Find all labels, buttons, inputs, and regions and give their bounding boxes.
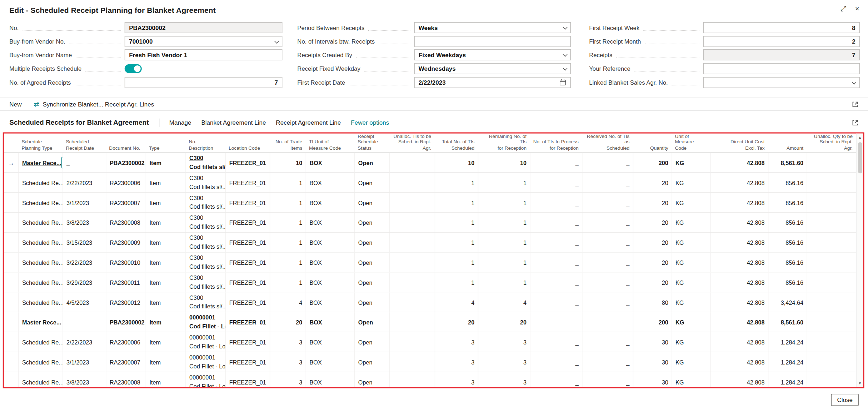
table-row[interactable]: Scheduled Re...2/22/2023RA2300006ItemC30… xyxy=(4,173,856,193)
cell-received_no_of_tis[interactable]: _ xyxy=(582,352,633,372)
cell-unalloc_qty_to_be_sched[interactable] xyxy=(807,253,856,272)
cell-scheduled_receipt_date[interactable]: 2/22/2023 xyxy=(63,332,106,352)
input-receipt-fixed-weekday[interactable]: Wednesdays xyxy=(414,63,571,74)
column-header-document_no[interactable]: Document No. xyxy=(106,145,146,151)
cell-direct_unit_cost[interactable]: 42.808 xyxy=(710,173,768,192)
cell-unit_of_measure_code[interactable]: KG xyxy=(672,253,710,272)
column-header-ti_unit_of_measure_code[interactable]: TI Unit ofMeasure Code xyxy=(306,139,354,151)
column-header-receipt_schedule_status[interactable]: ReceiptScheduleStatus xyxy=(354,134,389,151)
cell-scheduled_receipt_date[interactable]: 3/15/2023 xyxy=(63,233,106,252)
cell-receipt_schedule_status[interactable]: Open xyxy=(354,153,389,172)
cell-quantity[interactable]: 30 xyxy=(633,352,672,372)
cell-unit_of_measure_code[interactable]: KG xyxy=(672,332,710,352)
cell-unit_of_measure_code[interactable]: KG xyxy=(672,352,710,372)
cell-amount[interactable]: 8,561.60 xyxy=(768,312,807,332)
cell-unalloc_tis_to_be_sched[interactable] xyxy=(389,372,435,387)
cell-unalloc_qty_to_be_sched[interactable] xyxy=(807,312,856,332)
column-header-amount[interactable]: Amount xyxy=(768,145,807,151)
cell-type[interactable]: Item xyxy=(146,253,186,272)
input-receipts[interactable]: 7 xyxy=(703,50,860,61)
cell-unit_of_measure_code[interactable]: KG xyxy=(672,273,710,292)
cell-no_description[interactable]: 00000001Cod Fillet - Loin xyxy=(185,332,225,352)
cell-location_code[interactable]: FREEZER_01 xyxy=(225,213,270,232)
column-header-received_no_of_tis[interactable]: Received No. of TIs asScheduled xyxy=(582,134,633,151)
cell-received_no_of_tis[interactable]: _ xyxy=(582,372,633,387)
cell-no_of_trade_items[interactable]: 3 xyxy=(270,372,306,387)
menu-manage[interactable]: Manage xyxy=(169,119,191,126)
cell-document_no[interactable]: RA2300006 xyxy=(106,173,146,192)
cell-received_no_of_tis[interactable]: _ xyxy=(582,332,633,352)
column-header-direct_unit_cost[interactable]: Direct Unit CostExcl. Tax xyxy=(710,139,768,151)
table-row[interactable]: Scheduled Re...2/22/2023RA2300006Item000… xyxy=(4,332,856,352)
synchronize-button[interactable]: ⇄ Synchronize Blanket... Receipt Agr. Li… xyxy=(34,101,154,108)
input-no-of-intervals-btw-receipts[interactable] xyxy=(414,36,571,47)
cell-ti_unit_of_measure_code[interactable]: BOX xyxy=(306,372,354,387)
cell-unalloc_qty_to_be_sched[interactable] xyxy=(807,352,856,372)
input-no-of-agreed-receipts[interactable]: 7 xyxy=(125,77,283,88)
cell-unalloc_tis_to_be_sched[interactable] xyxy=(389,173,435,192)
cell-location_code[interactable]: FREEZER_01 xyxy=(225,332,270,352)
cell-ti_unit_of_measure_code[interactable]: BOX xyxy=(306,213,354,232)
chevron-down-icon[interactable] xyxy=(274,39,279,43)
cell-unalloc_qty_to_be_sched[interactable] xyxy=(807,332,856,352)
cell-location_code[interactable]: FREEZER_01 xyxy=(225,273,270,292)
input-your-reference[interactable] xyxy=(703,63,860,74)
cell-quantity[interactable]: 30 xyxy=(633,332,672,352)
cell-received_no_of_tis[interactable]: _ xyxy=(582,233,633,252)
cell-document_no[interactable]: PBA2300002 xyxy=(106,153,146,172)
cell-scheduled_receipt_date[interactable]: 3/29/2023 xyxy=(63,273,106,292)
cell-unalloc_tis_to_be_sched[interactable] xyxy=(389,332,435,352)
table-row[interactable]: Scheduled Re...3/15/2023RA2300009ItemC30… xyxy=(4,233,856,253)
cell-no_of_trade_items[interactable]: 3 xyxy=(270,352,306,372)
cell-remaining_no_of_tis[interactable]: 3 xyxy=(478,332,530,352)
resize-icon[interactable]: ⤢ xyxy=(840,5,846,12)
cell-amount[interactable]: 856.16 xyxy=(768,173,807,192)
cell-remaining_no_of_tis[interactable]: 1 xyxy=(478,213,530,232)
cell-no_description[interactable]: C300Cod fillets sl/... xyxy=(185,253,225,272)
cell-receipt_schedule_status[interactable]: Open xyxy=(354,193,389,212)
input-no[interactable]: PBA2300002 xyxy=(125,22,283,33)
cell-direct_unit_cost[interactable]: 42.808 xyxy=(710,253,768,272)
cell-no_description[interactable]: C300Cod fillets sl/... xyxy=(185,173,225,192)
cell-unalloc_tis_to_be_sched[interactable] xyxy=(389,312,435,332)
cell-amount[interactable]: 3,424.64 xyxy=(768,292,807,312)
cell-unalloc_tis_to_be_sched[interactable] xyxy=(389,233,435,252)
cell-ti_unit_of_measure_code[interactable]: BOX xyxy=(306,292,354,312)
cell-ti_unit_of_measure_code[interactable]: BOX xyxy=(306,193,354,212)
cell-remaining_no_of_tis[interactable]: 1 xyxy=(478,273,530,292)
scroll-up-button[interactable]: ▲ xyxy=(858,134,862,142)
toolbar-share-icon[interactable] xyxy=(852,100,859,108)
cell-receipt_schedule_status[interactable]: Open xyxy=(354,312,389,332)
cell-no_of_tis_in_process[interactable]: _ xyxy=(530,173,582,192)
cell-type[interactable]: Item xyxy=(146,273,186,292)
chevron-down-icon[interactable] xyxy=(563,66,568,71)
cell-no_of_trade_items[interactable]: 1 xyxy=(270,193,306,212)
table-row[interactable]: →Master Rece...⋮_PBA2300002ItemC300Cod f… xyxy=(4,153,856,173)
input-buy-from-vendor-no[interactable]: 7001000 xyxy=(125,36,283,47)
cell-remaining_no_of_tis[interactable]: 1 xyxy=(478,233,530,252)
column-header-type[interactable]: Type xyxy=(146,145,186,151)
cell-receipt_schedule_status[interactable]: Open xyxy=(354,292,389,312)
cell-receipt_schedule_status[interactable]: Open xyxy=(354,372,389,387)
cell-location_code[interactable]: FREEZER_01 xyxy=(225,292,270,312)
cell-no_of_tis_in_process[interactable]: _ xyxy=(530,253,582,272)
cell-received_no_of_tis[interactable]: _ xyxy=(582,173,633,192)
cell-document_no[interactable]: RA2300007 xyxy=(106,193,146,212)
cell-direct_unit_cost[interactable]: 42.808 xyxy=(710,273,768,292)
cell-no_description[interactable]: C300Cod fillets sl/... xyxy=(185,213,225,232)
cell-amount[interactable]: 856.16 xyxy=(768,213,807,232)
cell-remaining_no_of_tis[interactable]: 1 xyxy=(478,253,530,272)
cell-quantity[interactable]: 20 xyxy=(633,193,672,212)
cell-no_description[interactable]: C300Cod fillets sl/... xyxy=(185,292,225,312)
cell-quantity[interactable]: 20 xyxy=(633,233,672,252)
chevron-down-icon[interactable] xyxy=(563,25,568,30)
cell-no_description[interactable]: C300Cod fillets sl/... xyxy=(185,153,225,172)
cell-direct_unit_cost[interactable]: 42.808 xyxy=(710,153,768,172)
column-header-no_of_tis_in_process[interactable]: No. of TIs In Processfor Reception xyxy=(530,139,582,151)
cell-unalloc_qty_to_be_sched[interactable] xyxy=(807,213,856,232)
cell-unalloc_tis_to_be_sched[interactable] xyxy=(389,193,435,212)
scrollbar-thumb[interactable] xyxy=(858,142,862,173)
cell-scheduled_receipt_date[interactable]: 4/5/2023 xyxy=(63,292,106,312)
input-first-receipt-date[interactable]: 2/22/2023 xyxy=(414,77,571,88)
cell-no_description[interactable]: C300Cod fillets sl/... xyxy=(185,273,225,292)
